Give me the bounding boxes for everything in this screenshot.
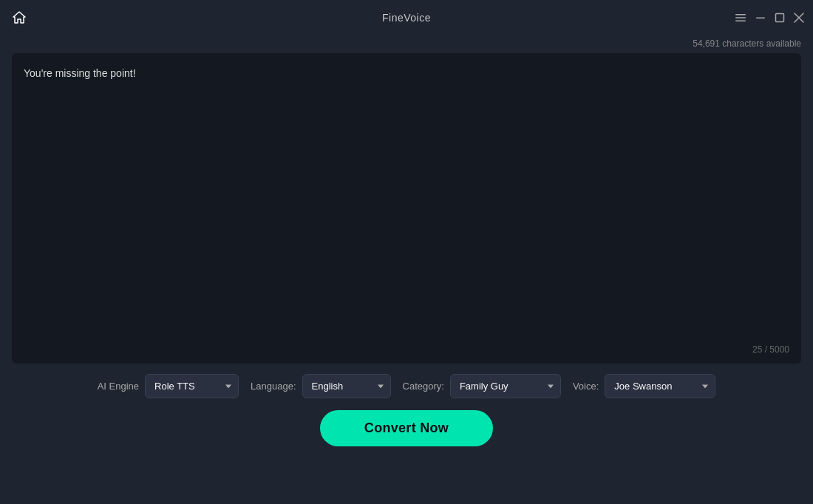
svg-rect-0 <box>735 14 746 16</box>
app-title: FineVoice <box>382 12 431 24</box>
category-select[interactable]: Family Guy Animated News <box>450 374 561 398</box>
home-button[interactable] <box>12 10 27 25</box>
svg-rect-4 <box>776 14 784 22</box>
svg-rect-1 <box>735 17 746 18</box>
language-select-wrapper: English Spanish French German <box>302 374 391 398</box>
ai-engine-select[interactable]: Role TTS Standard TTS <box>145 374 239 398</box>
category-select-wrapper: Family Guy Animated News <box>450 374 561 398</box>
convert-section: Convert Now <box>0 410 813 446</box>
chars-available: 54,691 characters available <box>0 35 813 53</box>
bottom-controls: AI Engine Role TTS Standard TTS Language… <box>12 374 801 398</box>
window-controls <box>735 12 804 24</box>
voice-select[interactable]: Joe Swanson Peter Griffin Stewie Griffin… <box>605 374 715 398</box>
minimize-button[interactable] <box>755 13 766 23</box>
text-area-container: You're missing the point! 25 / 5000 <box>12 53 801 364</box>
voice-group: Voice: Joe Swanson Peter Griffin Stewie … <box>573 374 715 398</box>
ai-engine-select-wrapper: Role TTS Standard TTS <box>145 374 239 398</box>
char-counter: 25 / 5000 <box>752 344 789 355</box>
language-group: Language: English Spanish French German <box>251 374 390 398</box>
ai-engine-group: AI Engine Role TTS Standard TTS <box>98 374 239 398</box>
home-icon <box>12 10 27 25</box>
language-label: Language: <box>251 381 296 392</box>
category-label: Category: <box>403 381 444 392</box>
convert-now-button[interactable]: Convert Now <box>320 410 493 446</box>
titlebar: FineVoice <box>0 0 813 35</box>
svg-rect-3 <box>756 18 765 19</box>
voice-select-wrapper: Joe Swanson Peter Griffin Stewie Griffin… <box>605 374 715 398</box>
svg-rect-2 <box>735 21 746 22</box>
language-select[interactable]: English Spanish French German <box>302 374 391 398</box>
category-group: Category: Family Guy Animated News <box>403 374 561 398</box>
text-input[interactable]: You're missing the point! <box>12 53 801 364</box>
voice-label: Voice: <box>573 381 599 392</box>
menu-button[interactable] <box>735 12 746 24</box>
ai-engine-label: AI Engine <box>98 381 139 392</box>
close-button[interactable] <box>794 13 804 23</box>
maximize-button[interactable] <box>775 13 785 23</box>
